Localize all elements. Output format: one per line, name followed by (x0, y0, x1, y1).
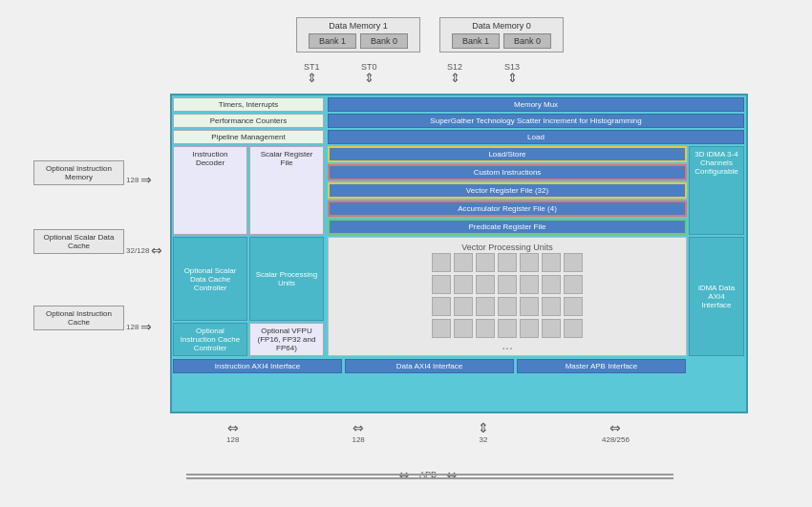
apb-line (186, 474, 673, 475)
vector-processing-units-area: Vector Processing Units (328, 237, 687, 356)
vpu-cell (498, 297, 517, 316)
vpu-cell (476, 275, 495, 294)
idma-box: 3D iDMA 3-4 Channels Configurable (689, 146, 744, 235)
cache-pu-row: Optional Scalar Data Cache Controller Sc… (173, 237, 324, 321)
vpu-cell (454, 319, 473, 338)
vpu-cell (564, 319, 583, 338)
scalar-cache-arrow: 32/128 ⇔ (126, 243, 162, 258)
load-store-box: Load/Store (328, 146, 687, 162)
bottom-arrow-128a: ⇔ 128 (226, 420, 239, 444)
mem1-bank0: Bank 0 (360, 33, 408, 49)
decoder-area: Instruction Decoder Scalar Register File (173, 146, 324, 235)
scalar-processing-units: Scalar Processing Units (249, 237, 324, 321)
instr-memory-arrow: 128 ⇒ (126, 172, 152, 187)
timers-box: Timers, Interrupts (173, 97, 324, 112)
axi-data-interface: Data AXI4 Interface (345, 359, 514, 373)
load-box: Load (328, 130, 744, 144)
vpu-cell (564, 253, 583, 272)
mem1-bank1-arrow: ST1 ⇕ (304, 62, 320, 84)
mem1-bank0-arrow: ST0 ⇕ (361, 62, 377, 84)
accumulator-register-box: Accumulator Register File (4) (328, 201, 687, 217)
vpu-grid (432, 253, 583, 338)
idma-lower: iDMA Data AXI4 Interface (689, 237, 744, 356)
axi-interface-row: Instruction AXI4 Interface Data AXI4 Int… (173, 359, 744, 373)
decoder-reg-row: Instruction Decoder Scalar Register File… (173, 146, 744, 235)
vpu-cell (520, 253, 539, 272)
memory-mux-box: Memory Mux (328, 97, 744, 112)
vpu-cell (454, 253, 473, 272)
apb-arrow-line (186, 477, 673, 479)
instruction-decoder: Instruction Decoder (173, 146, 247, 235)
processing-row: Optional Scalar Data Cache Controller Sc… (173, 237, 744, 356)
scalar-cache-controller: Optional Scalar Data Cache Controller (173, 237, 247, 321)
instruction-cache-controller: Optional Instruction Cache Controller (173, 323, 247, 356)
vpu-cell (520, 275, 539, 294)
axi-instruction-interface: Instruction AXI4 Interface (173, 359, 342, 373)
vpu-cell (564, 297, 583, 316)
bottom-arrow-32: ⇕ 32 (478, 420, 489, 444)
idma-upper: 3D iDMA 3-4 Channels Configurable (689, 146, 744, 235)
bottom-arrows-row: ⇔ 128 ⇔ 128 ⇕ 32 ⇔ 428/256 (170, 420, 686, 444)
vpu-cell (432, 253, 451, 272)
idma-data-interface: iDMA Data AXI4 Interface (689, 237, 744, 356)
bottom-label-428: 428/256 (602, 435, 630, 444)
register-files: Load/Store Custom Instructions Vector Re… (328, 146, 687, 235)
vpu-cell (476, 253, 495, 272)
instr-vfpu-row: Optional Instruction Cache Controller Op… (173, 323, 324, 356)
scalar-register-file: Scalar Register File (249, 146, 324, 235)
mem0-bank0-arrow: S13 ⇕ (504, 62, 520, 84)
vpu-cell (542, 319, 561, 338)
vfpu-box: Optional VFPU (FP16, FP32 and FP64) (249, 323, 324, 356)
vpu-cell (498, 319, 517, 338)
vpu-cell (432, 275, 451, 294)
predicate-register-box: Predicate Register File (328, 219, 687, 235)
vpu-cell (476, 297, 495, 316)
vpu-cell (564, 275, 583, 294)
bottom-arrow-428: ⇔ 428/256 (602, 420, 630, 444)
mem0-title: Data Memory 0 (446, 21, 557, 31)
vpu-cell (432, 297, 451, 316)
vpu-cell (498, 253, 517, 272)
instr-cache-arrow: 128 ⇒ (126, 319, 152, 334)
custom-instructions-box: Custom Instructions (328, 164, 687, 180)
vpu-cell (454, 275, 473, 294)
pipeline-box: Pipeline Management (173, 130, 324, 144)
vpu-cell (476, 319, 495, 338)
mem0-bank1: Bank 1 (452, 33, 500, 49)
bottom-label-128a: 128 (226, 435, 239, 444)
data-memory-1: Data Memory 1 Bank 1 Bank 0 (296, 17, 420, 53)
mem1-bank1: Bank 1 (309, 33, 356, 49)
chip-content: Timers, Interrupts Performance Counters … (173, 97, 744, 411)
bottom-arrow-128b: ⇔ 128 (352, 420, 364, 444)
right-mux-col: Memory Mux SuperGather Technology Scatte… (328, 97, 744, 144)
vpu-cell (454, 297, 473, 316)
left-processing: Optional Scalar Data Cache Controller Sc… (173, 237, 324, 356)
mem1-title: Data Memory 1 (303, 21, 414, 31)
vector-register-box: Vector Register File (32) (328, 182, 687, 199)
bottom-label-128b: 128 (352, 435, 364, 444)
vpu-cell (520, 297, 539, 316)
mem0-bank0: Bank 0 (503, 33, 551, 49)
optional-instruction-cache: Optional Instruction Cache (33, 306, 124, 330)
vpu-title: Vector Processing Units (461, 243, 553, 252)
vpu-cell (498, 275, 517, 294)
vpu-ellipsis: ··· (502, 340, 513, 355)
supergather-box: SuperGather Technology Scatter Increment… (328, 114, 744, 128)
vpu-cell (520, 319, 539, 338)
vpu-cell (542, 275, 561, 294)
left-controls: Timers, Interrupts Performance Counters … (173, 97, 324, 144)
top-controls-row: Timers, Interrupts Performance Counters … (173, 97, 744, 144)
vpu-cell (542, 253, 561, 272)
vpu-cell (432, 319, 451, 338)
optional-scalar-data-cache: Optional Scalar Data Cache (33, 229, 124, 254)
performance-box: Performance Counters (173, 114, 324, 128)
mem0-bank1-arrow: S12 ⇕ (447, 62, 462, 84)
data-memory-0: Data Memory 0 Bank 1 Bank 0 (439, 17, 564, 53)
optional-instruction-memory: Optional Instruction Memory (33, 160, 124, 185)
axi-master-interface: Master APB Interface (517, 359, 686, 373)
bottom-label-32: 32 (479, 435, 487, 444)
vpu-cell (542, 297, 561, 316)
